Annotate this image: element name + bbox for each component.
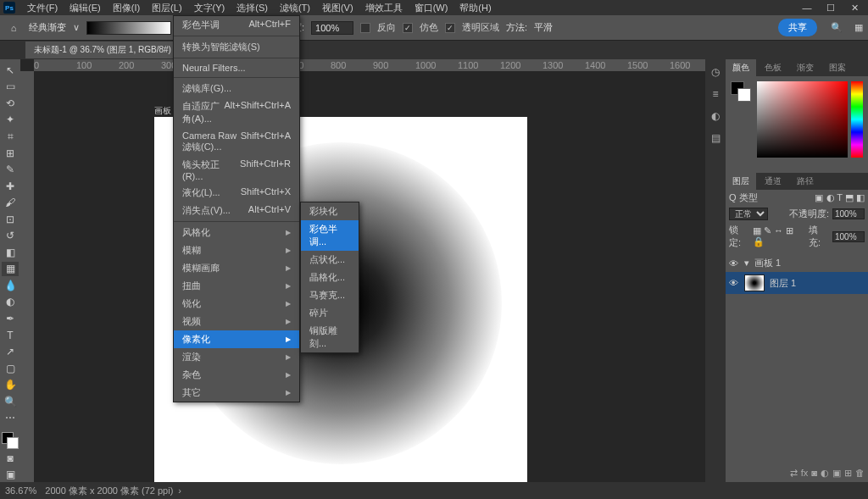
reverse-checkbox[interactable] — [360, 23, 370, 33]
menu-noise[interactable]: 杂色 — [174, 366, 299, 384]
menu-blur-gallery[interactable]: 模糊画廊 — [174, 259, 299, 277]
blend-mode-select[interactable]: 正常 — [729, 208, 768, 220]
submenu-color-halftone[interactable]: 彩色半调... — [301, 220, 359, 251]
menu-render[interactable]: 渲染 — [174, 348, 299, 366]
shape-tool-icon[interactable]: ▢ — [2, 361, 19, 376]
trash-icon[interactable]: 🗑 — [855, 468, 865, 479]
lock-icons[interactable]: ▦ ✎ ↔ ⊞ 🔒 — [753, 225, 805, 247]
menu-window[interactable]: 窗口(W) — [409, 1, 453, 15]
chevron-right-icon[interactable]: › — [178, 485, 181, 496]
lasso-tool-icon[interactable]: ⟲ — [2, 96, 19, 111]
layer-row-layer1[interactable]: 👁 图层 1 — [726, 272, 868, 294]
share-button[interactable]: 共享 — [778, 19, 817, 36]
hand-tool-icon[interactable]: ✋ — [2, 377, 19, 392]
menu-select[interactable]: 选择(S) — [231, 1, 273, 15]
menu-distort[interactable]: 扭曲 — [174, 277, 299, 295]
minimize-button[interactable]: — — [797, 3, 817, 14]
menu-type[interactable]: 文字(Y) — [189, 1, 231, 15]
fx-icon[interactable]: fx — [801, 468, 809, 479]
screen-mode-icon[interactable]: ▣ — [2, 468, 19, 483]
submenu-mezzotint[interactable]: 铜版雕刻... — [301, 322, 359, 352]
doc-info[interactable]: 2000 像素 x 2000 像素 (72 ppi) — [45, 485, 173, 497]
home-icon[interactable]: ⌂ — [5, 19, 22, 36]
type-tool-icon[interactable]: T — [2, 328, 19, 343]
layer-row-artboard[interactable]: 👁 ▾ 画板 1 — [726, 254, 868, 272]
menu-repeat-filter[interactable]: 彩色半调Alt+Ctrl+F — [174, 16, 299, 34]
menu-view[interactable]: 视图(V) — [317, 1, 359, 15]
tab-patterns[interactable]: 图案 — [822, 59, 853, 76]
submenu-crystallize[interactable]: 晶格化... — [301, 269, 359, 286]
move-tool-icon[interactable]: ↖ — [2, 63, 19, 78]
edit-toolbar-icon[interactable]: ⋯ — [2, 410, 19, 425]
menu-layer[interactable]: 图层(L) — [147, 1, 186, 15]
tab-channels[interactable]: 通道 — [758, 173, 788, 190]
gradient-tool-icon[interactable]: ▦ — [2, 262, 19, 277]
menu-liquify[interactable]: 液化(L)...Shift+Ctrl+X — [174, 184, 299, 202]
hue-slider[interactable] — [851, 81, 863, 158]
dropdown-icon[interactable]: ∨ — [73, 22, 80, 33]
brush-tool-icon[interactable]: 🖌 — [2, 195, 19, 210]
menu-adaptive-wide-angle[interactable]: 自适应广角(A)...Alt+Shift+Ctrl+A — [174, 97, 299, 128]
menu-image[interactable]: 图像(I) — [108, 1, 145, 15]
workspace-icon[interactable]: ▦ — [854, 22, 863, 33]
menu-camera-raw[interactable]: Camera Raw 滤镜(C)...Shift+Ctrl+A — [174, 128, 299, 156]
stamp-tool-icon[interactable]: ⊡ — [2, 212, 19, 227]
dodge-tool-icon[interactable]: ◐ — [2, 295, 19, 310]
menu-help[interactable]: 帮助(H) — [454, 1, 496, 15]
link-icon[interactable]: ⇄ — [790, 468, 798, 479]
menu-other[interactable]: 其它 — [174, 384, 299, 402]
menu-video[interactable]: 视频 — [174, 313, 299, 330]
menu-filter[interactable]: 滤镜(T) — [275, 1, 315, 15]
menu-file[interactable]: 文件(F) — [22, 1, 63, 15]
path-tool-icon[interactable]: ↗ — [2, 344, 19, 359]
new-layer-icon[interactable]: ⊞ — [844, 468, 852, 479]
adjustment-icon[interactable]: ◐ — [821, 468, 829, 479]
menu-plugins[interactable]: 增效工具 — [360, 1, 408, 15]
submenu-pointillize[interactable]: 点状化... — [301, 251, 359, 269]
filter-icons[interactable]: ▣ ◐ T ⬒ ◧ — [815, 192, 865, 203]
zoom-level[interactable]: 36.67% — [5, 485, 36, 496]
menu-stylize[interactable]: 风格化 — [174, 224, 299, 241]
history-brush-icon[interactable]: ↺ — [2, 228, 19, 243]
quick-mask-icon[interactable]: ◙ — [2, 451, 19, 466]
healing-tool-icon[interactable]: ✚ — [2, 179, 19, 194]
transparency-checkbox[interactable]: ✓ — [445, 23, 455, 33]
menu-lens-correction[interactable]: 镜头校正(R)...Shift+Ctrl+R — [174, 156, 299, 184]
chevron-down-icon[interactable]: ▾ — [744, 258, 749, 269]
tab-color[interactable]: 颜色 — [726, 59, 756, 76]
zoom-tool-icon[interactable]: 🔍 — [2, 394, 19, 409]
adjustments-panel-icon[interactable]: ◐ — [708, 108, 723, 124]
layer-opacity-input[interactable] — [832, 208, 865, 219]
color-field[interactable] — [757, 81, 848, 158]
close-button[interactable]: ✕ — [844, 3, 865, 14]
submenu-facet[interactable]: 彩块化 — [301, 202, 359, 220]
color-swatches[interactable] — [2, 432, 19, 449]
menu-edit[interactable]: 编辑(E) — [64, 1, 106, 15]
group-icon[interactable]: ▣ — [832, 468, 841, 479]
crop-tool-icon[interactable]: ⌗ — [2, 129, 19, 144]
mask-icon[interactable]: ◙ — [811, 468, 817, 479]
opacity-input[interactable] — [311, 21, 353, 35]
maximize-button[interactable]: ☐ — [821, 3, 841, 14]
dither-checkbox[interactable]: ✓ — [403, 23, 413, 33]
document-tab[interactable]: 未标题-1 @ 36.7% (图层 1, RGB/8#) * — [25, 42, 192, 58]
blur-tool-icon[interactable]: 💧 — [2, 278, 19, 293]
menu-sharpen[interactable]: 锐化 — [174, 295, 299, 313]
marquee-tool-icon[interactable]: ▭ — [2, 80, 19, 95]
menu-filter-gallery[interactable]: 滤镜库(G)... — [174, 80, 299, 97]
history-panel-icon[interactable]: ◷ — [708, 64, 723, 80]
submenu-fragment[interactable]: 碎片 — [301, 304, 359, 322]
pen-tool-icon[interactable]: ✒ — [2, 311, 19, 326]
method-value[interactable]: 平滑 — [534, 21, 553, 34]
fg-bg-swatches[interactable] — [731, 81, 754, 158]
tab-paths[interactable]: 路径 — [790, 173, 821, 190]
visibility-icon[interactable]: 👁 — [729, 278, 739, 288]
tab-gradients[interactable]: 渐变 — [790, 59, 821, 76]
menu-neural-filters[interactable]: Neural Filters... — [174, 60, 299, 75]
search-icon[interactable]: 🔍 — [831, 22, 843, 33]
selection-tool-icon[interactable]: ✦ — [2, 113, 19, 128]
submenu-mosaic[interactable]: 马赛克... — [301, 286, 359, 304]
tab-swatches[interactable]: 色板 — [758, 59, 788, 76]
menu-vanishing-point[interactable]: 消失点(V)...Alt+Ctrl+V — [174, 202, 299, 219]
gradient-preview[interactable] — [86, 21, 171, 35]
